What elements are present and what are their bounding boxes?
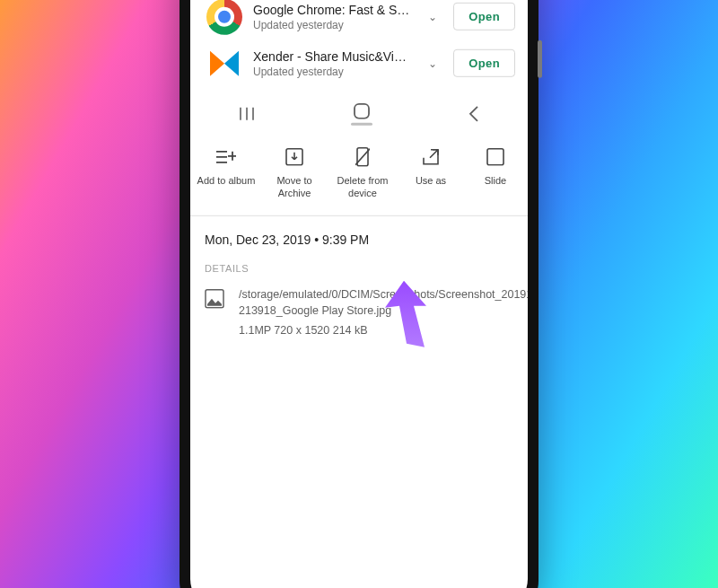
app-sub-2: Updated yesterday bbox=[253, 65, 412, 77]
open-button-1[interactable]: Open bbox=[453, 3, 515, 31]
svg-rect-11 bbox=[487, 148, 503, 164]
slideshow-icon bbox=[486, 146, 505, 166]
svg-rect-7 bbox=[355, 103, 369, 118]
action-slideshow[interactable]: Slide bbox=[465, 146, 526, 186]
play-store-apps-area: Updated yesterday ⌄ Open Google Chrome: … bbox=[190, 0, 528, 86]
android-nav-bar bbox=[190, 102, 528, 125]
action-label: Move to Archive bbox=[260, 173, 328, 199]
chrome-icon bbox=[206, 0, 242, 34]
chevron-down-icon[interactable]: ⌄ bbox=[428, 57, 437, 69]
add-to-album-icon bbox=[216, 146, 236, 166]
details-heading: DETAILS bbox=[190, 247, 528, 274]
phone-side-button bbox=[538, 39, 542, 77]
action-label: Use as bbox=[416, 173, 446, 186]
archive-icon bbox=[285, 146, 304, 166]
image-file-icon bbox=[205, 289, 226, 311]
action-move-to-archive[interactable]: Move to Archive bbox=[260, 146, 328, 199]
xender-icon bbox=[206, 45, 242, 81]
nav-home-indicator bbox=[351, 122, 372, 125]
nav-recents[interactable] bbox=[238, 107, 256, 121]
file-info-block: /storage/emulated/0/DCIM/Screenshots/Scr… bbox=[190, 274, 528, 338]
action-label: Slide bbox=[485, 173, 506, 186]
action-row: Add to album Move to Archive Delete from… bbox=[190, 146, 528, 199]
action-label: Add to album bbox=[197, 173, 256, 186]
action-use-as[interactable]: Use as bbox=[397, 146, 465, 186]
use-as-icon bbox=[421, 146, 441, 166]
photo-date: Mon, Dec 23, 2019 • 9:39 PM bbox=[190, 216, 528, 247]
phone-screen: 10:23 ••• 32% bbox=[190, 0, 528, 588]
action-add-to-album[interactable]: Add to album bbox=[192, 146, 260, 186]
app-title-1: Google Chrome: Fast & Secure bbox=[253, 2, 412, 16]
delete-device-icon bbox=[353, 146, 372, 166]
app-sub-1: Updated yesterday bbox=[253, 18, 412, 31]
app-title-2: Xender - Share Music&Video, Trans bbox=[253, 48, 412, 63]
action-delete-from-device[interactable]: Delete from device bbox=[328, 146, 397, 199]
open-button-2[interactable]: Open bbox=[453, 49, 515, 77]
app-row-2[interactable]: Xender - Share Music&Video, Trans Update… bbox=[190, 39, 528, 86]
file-path: /storage/emulated/0/DCIM/Screenshots/Scr… bbox=[239, 286, 528, 319]
chevron-down-icon[interactable]: ⌄ bbox=[428, 10, 437, 22]
file-text: /storage/emulated/0/DCIM/Screenshots/Scr… bbox=[239, 286, 528, 338]
app-info-1: Google Chrome: Fast & Secure Updated yes… bbox=[253, 2, 412, 31]
file-meta: 1.1MP 720 x 1520 214 kB bbox=[239, 322, 528, 338]
nav-back[interactable] bbox=[468, 106, 480, 122]
nav-home[interactable] bbox=[351, 102, 372, 125]
phone-frame: 10:23 ••• 32% bbox=[180, 0, 538, 588]
app-row-1[interactable]: Google Chrome: Fast & Secure Updated yes… bbox=[190, 0, 528, 39]
action-label: Delete from device bbox=[328, 173, 397, 199]
app-info-2: Xender - Share Music&Video, Trans Update… bbox=[253, 48, 412, 77]
